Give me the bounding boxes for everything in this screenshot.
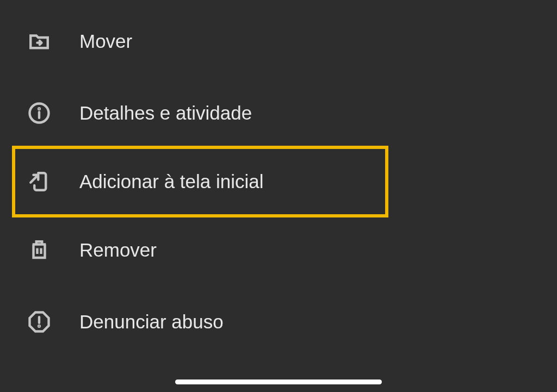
menu-item-remove[interactable]: Remover	[0, 214, 557, 286]
menu-item-move[interactable]: Mover	[0, 5, 557, 77]
menu-label: Mover	[79, 30, 132, 52]
menu-label: Denunciar abuso	[79, 311, 224, 333]
svg-point-6	[39, 326, 40, 327]
home-indicator[interactable]	[175, 379, 382, 384]
menu-label: Remover	[79, 239, 157, 261]
trash-icon	[26, 237, 52, 263]
menu-label: Adicionar à tela inicial	[79, 171, 264, 192]
add-to-home-icon	[26, 169, 52, 195]
context-menu: Mover Detalhes e atividade Adicionar à t…	[0, 0, 557, 358]
menu-item-details[interactable]: Detalhes e atividade	[0, 77, 557, 149]
svg-point-2	[39, 108, 40, 109]
menu-item-add-to-home[interactable]: Adicionar à tela inicial	[12, 146, 388, 217]
move-folder-icon	[26, 28, 52, 54]
menu-item-report-abuse[interactable]: Denunciar abuso	[0, 286, 557, 358]
warning-icon	[26, 309, 52, 335]
info-icon	[26, 100, 52, 126]
menu-label: Detalhes e atividade	[79, 102, 252, 124]
